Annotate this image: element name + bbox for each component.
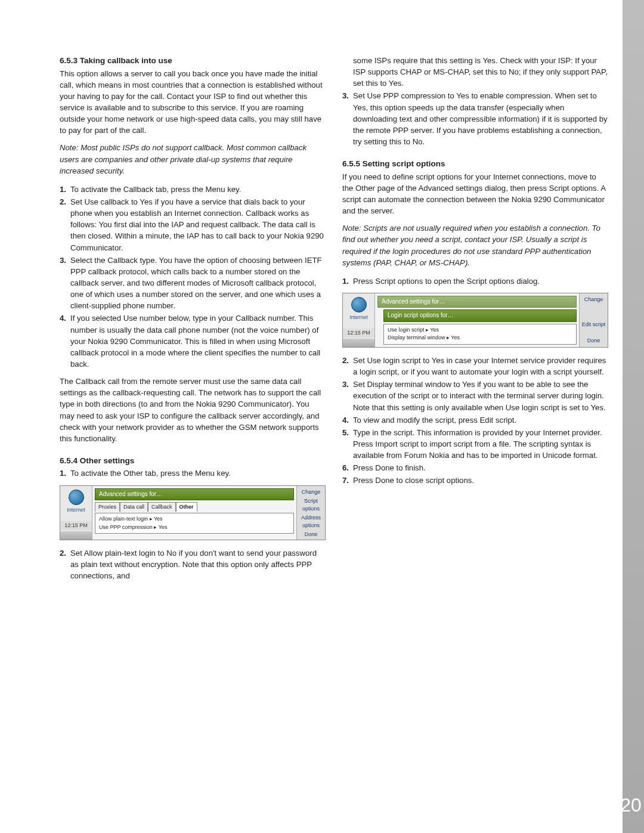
shot-toolbar [60,531,92,540]
list-text: Set Use callback to Yes if you have a se… [70,196,326,253]
list-text: Set Use login script to Yes in case your… [353,355,608,377]
setting-row: Allow plain-text login ▸ Yes [99,515,290,524]
list-num: 2. [60,196,70,253]
setting-row: Use login script ▸ Yes [388,326,572,335]
screenshot-script-options: Internet 12:15 PM Advanced settings for…… [342,293,608,348]
list-num: 2. [60,547,70,581]
ordered-list: 1.To activate the Other tab, press the M… [60,467,326,479]
shot-mid-pane: Advanced settings for… Login script opti… [375,293,579,347]
softkey: Done [581,336,606,345]
body-text: The Callback call from the remote server… [60,376,326,444]
list-num: 6. [342,462,353,473]
list-num: 3. [60,255,70,312]
softkey: Edit script [581,320,606,329]
list-text: Select the Callback type. You have the o… [70,255,326,312]
list-text: Press Done to finish. [353,462,608,473]
list-num: 2. [342,355,353,377]
list-text: Set Use PPP compression to Yes to enable… [353,90,608,147]
setting-row: Display terminal window ▸ Yes [388,334,572,342]
tab-data-call: Data call [120,502,148,512]
shot-toolbar [343,339,374,347]
shot-app-label: Internet [60,506,92,514]
page-number: 20 [620,791,642,819]
shot-time: 12:15 PM [60,521,92,530]
ordered-list-cont: some ISPs require that this setting is Y… [342,55,608,147]
heading-6-5-3: 6.5.3 Taking callback into use [60,55,326,67]
ordered-list: 2.Set Use login script to Yes in case yo… [342,355,608,487]
right-column: some ISPs require that this setting is Y… [342,55,608,587]
ordered-list: 2.Set Allow plain-text login to No if yo… [60,547,326,581]
softkey: Change [581,295,606,304]
setting-row: Use PPP compression ▸ Yes [99,524,290,532]
list-num: 3. [342,379,353,413]
shot-left-pane: Internet 12:15 PM [343,293,375,347]
globe-icon [351,297,367,312]
list-text: To activate the Callback tab, press the … [70,184,326,195]
list-num: 1. [60,184,70,195]
page-content: 6.5.3 Taking callback into use This opti… [0,0,644,587]
shot-app-label: Internet [343,314,374,321]
list-num: 7. [342,475,353,486]
shot-tabs: Proxies Data call Callback Other [95,502,294,512]
list-num [342,55,353,89]
softkey: Address options [298,513,324,530]
ordered-list: 1.Press Script options to open the Scrip… [342,275,608,287]
body-text: This option allows a server to call you … [60,68,326,137]
shot-panel: Allow plain-text login ▸ Yes Use PPP com… [95,513,294,534]
list-text: Set Allow plain-text login to No if you … [70,547,326,581]
tab-proxies: Proxies [95,502,120,512]
shot-titlebar-front: Login script options for… [383,309,577,322]
tab-other: Other [176,502,197,512]
shot-left-pane: Internet 12:15 PM [60,486,92,540]
list-text: Type in the script. This information is … [353,427,608,461]
shot-panel: Use login script ▸ Yes Display terminal … [383,324,577,345]
screenshot-other-settings: Internet 12:15 PM Advanced settings for…… [60,485,326,540]
shot-titlebar-back: Advanced settings for… [377,296,577,308]
note-text: Note: Scripts are not usually required w… [342,222,608,268]
list-num: 4. [60,312,70,370]
softkey: Change [298,488,324,497]
list-text: some ISPs require that this setting is Y… [353,55,608,89]
shot-titlebar: Advanced settings for… [95,488,294,501]
heading-6-5-4: 6.5.4 Other settings [60,455,326,467]
list-text: To activate the Other tab, press the Men… [70,467,326,479]
sidebar-strip: 20 [623,0,644,833]
tab-callback: Callback [148,502,176,512]
list-text: Press Done to close script options. [353,475,608,486]
list-num: 1. [342,275,353,287]
softkey: Done [298,530,324,539]
shot-right-pane: Change Script options Address options Do… [296,486,325,540]
list-num: 3. [342,90,353,147]
list-num: 4. [342,414,353,426]
ordered-list: 1.To activate the Callback tab, press th… [60,184,326,370]
list-num: 5. [342,427,353,461]
note-text: Note: Most public ISPs do not support ca… [60,142,326,176]
softkey: Script options [298,497,324,513]
list-text: To view and modify the script, press Edi… [353,414,608,426]
list-text: If you selected Use number below, type i… [70,312,326,370]
list-text: Set Display terminal window to Yes if yo… [353,379,608,413]
globe-icon [69,490,84,505]
shot-right-pane: Change Edit script Done [579,293,608,347]
list-num: 1. [60,467,70,479]
list-text: Press Script options to open the Script … [353,275,608,287]
heading-6-5-5: 6.5.5 Setting script options [342,158,608,170]
left-column: 6.5.3 Taking callback into use This opti… [60,55,326,587]
body-text: If you need to define script options for… [342,171,608,217]
shot-time: 12:15 PM [343,329,374,337]
shot-mid-pane: Advanced settings for… Proxies Data call… [92,486,296,540]
